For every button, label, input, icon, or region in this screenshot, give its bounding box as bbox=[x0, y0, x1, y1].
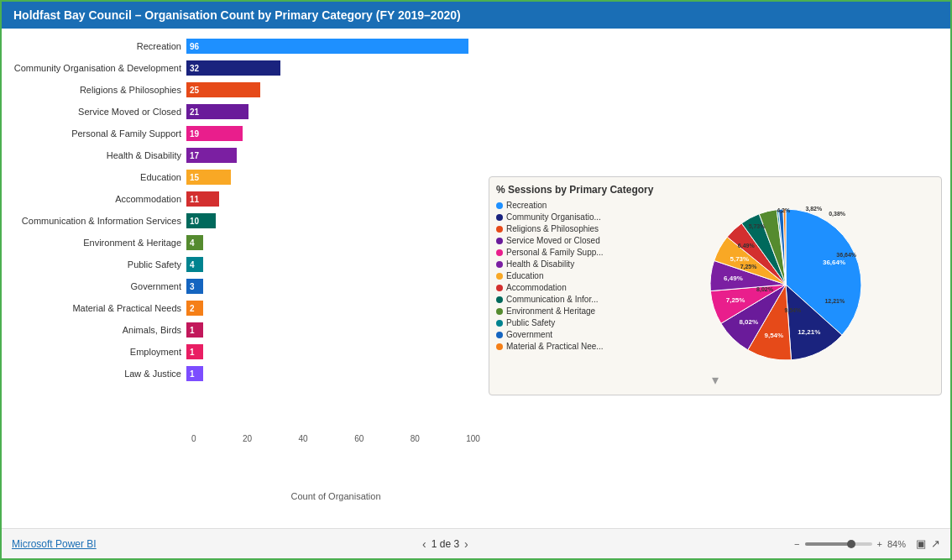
pie-outer-label: 4,2% bbox=[777, 207, 791, 214]
bar-fill[interactable]: 17 bbox=[186, 148, 237, 163]
bar-container: 96 bbox=[186, 39, 480, 54]
legend-item: Service Moved or Closed bbox=[496, 236, 630, 245]
legend-item: Public Safety bbox=[496, 318, 630, 327]
legend-label: Personal & Family Supp... bbox=[506, 248, 604, 257]
legend-label: Recreation bbox=[506, 201, 547, 210]
x-axis-label: Count of Organisation bbox=[191, 491, 480, 501]
x-tick: 80 bbox=[411, 434, 420, 443]
bar-fill[interactable]: 10 bbox=[186, 213, 216, 228]
bar-fill[interactable]: 4 bbox=[186, 235, 203, 250]
bar-fill[interactable]: 1 bbox=[186, 366, 203, 381]
legend-dot bbox=[496, 320, 503, 327]
pie-svg-container: 36,64%12,21%9,54%8,02%7,25%6,49%5,73%36,… bbox=[637, 201, 934, 369]
legend-label: Health & Disability bbox=[506, 259, 574, 269]
legend-item: Government bbox=[496, 330, 630, 339]
legend-dot bbox=[496, 273, 503, 280]
bar-row: Government3 bbox=[10, 275, 480, 297]
bar-label: Personal & Family Support bbox=[10, 128, 186, 139]
x-tick: 20 bbox=[243, 434, 252, 443]
legend-item: Education bbox=[496, 271, 630, 280]
bar-label: Government bbox=[10, 281, 186, 291]
legend-label: Community Organisatio... bbox=[506, 212, 601, 222]
bar-fill[interactable]: 2 bbox=[186, 301, 203, 316]
legend-item: Recreation bbox=[496, 201, 630, 210]
prev-page-button[interactable]: ‹ bbox=[422, 537, 426, 551]
zoom-minus-icon[interactable]: − bbox=[794, 539, 799, 549]
bar-fill[interactable]: 21 bbox=[186, 104, 248, 119]
pie-outer-label: 7,25% bbox=[740, 264, 758, 270]
bar-label: Communication & Information Services bbox=[10, 216, 186, 226]
legend-label: Religions & Philosophies bbox=[506, 224, 599, 233]
legend-dot bbox=[496, 343, 503, 350]
bar-label: Community Organisation & Development bbox=[10, 63, 186, 73]
zoom-slider-fill bbox=[805, 542, 849, 546]
bar-row: Community Organisation & Development32 bbox=[10, 57, 480, 79]
bar-container: 25 bbox=[186, 82, 480, 97]
bar-row: Service Moved or Closed21 bbox=[10, 101, 480, 123]
bar-fill[interactable]: 11 bbox=[186, 191, 219, 207]
legend-item: Religions & Philosophies bbox=[496, 224, 630, 233]
legend-dot bbox=[496, 332, 503, 338]
bar-label: Recreation bbox=[10, 41, 186, 51]
bar-label: Accommodation bbox=[10, 194, 186, 204]
scroll-down-indicator[interactable]: ▾ bbox=[496, 372, 934, 388]
bar-container: 4 bbox=[186, 257, 480, 272]
legend-dot bbox=[496, 285, 503, 291]
legend-item: Accommodation bbox=[496, 283, 630, 292]
pie-outer-label: 8,02% bbox=[756, 286, 774, 293]
next-page-button[interactable]: › bbox=[464, 537, 468, 551]
x-axis: 020406080100 bbox=[191, 434, 480, 443]
pie-outer-label: 9,54% bbox=[784, 307, 802, 314]
bar-fill[interactable]: 15 bbox=[186, 170, 231, 185]
legend-item: Environment & Heritage bbox=[496, 306, 630, 316]
bar-container: 1 bbox=[186, 366, 480, 381]
bar-fill[interactable]: 1 bbox=[186, 344, 203, 359]
bar-fill[interactable]: 1 bbox=[186, 322, 203, 338]
bar-fill[interactable]: 3 bbox=[186, 279, 203, 294]
bar-label: Public Safety bbox=[10, 259, 186, 270]
zoom-slider[interactable] bbox=[805, 542, 872, 546]
zoom-plus-icon[interactable]: + bbox=[877, 539, 882, 549]
legend-dot bbox=[496, 214, 503, 221]
pie-outer-label: 0,38% bbox=[829, 211, 846, 217]
x-tick: 40 bbox=[299, 434, 308, 443]
dashboard-container: Holdfast Bay Council – Organisation Coun… bbox=[0, 0, 952, 560]
bar-container: 21 bbox=[186, 104, 480, 119]
powerbi-link[interactable]: Microsoft Power BI bbox=[12, 538, 97, 550]
pie-outer-label: 5,73% bbox=[749, 223, 766, 230]
bar-label: Material & Practical Needs bbox=[10, 303, 186, 313]
bar-row: Health & Disability17 bbox=[10, 144, 480, 166]
bar-row: Employment1 bbox=[10, 341, 480, 363]
bar-fill[interactable]: 96 bbox=[186, 39, 468, 54]
chart-title: Holdfast Bay Council – Organisation Coun… bbox=[2, 2, 950, 29]
legend-label: Government bbox=[506, 330, 552, 339]
bar-container: 32 bbox=[186, 60, 480, 76]
legend-item: Health & Disability bbox=[496, 259, 630, 269]
bar-row: Animals, Birds1 bbox=[10, 319, 480, 341]
bar-row: Recreation96 bbox=[10, 35, 480, 57]
legend-dot bbox=[496, 226, 503, 233]
legend-label: Service Moved or Closed bbox=[506, 236, 600, 245]
page-info: 1 de 3 bbox=[432, 538, 459, 550]
bar-fill[interactable]: 4 bbox=[186, 257, 203, 272]
pie-label: 12,21% bbox=[798, 328, 820, 336]
bars-container: Recreation96Community Organisation & Dev… bbox=[10, 35, 480, 385]
bar-fill[interactable]: 32 bbox=[186, 60, 280, 76]
bar-container: 1 bbox=[186, 344, 480, 359]
bar-container: 10 bbox=[186, 213, 480, 228]
zoom-pct-label: 84% bbox=[887, 539, 906, 549]
legend-label: Public Safety bbox=[506, 318, 555, 327]
zoom-controls: − + 84% ▣ ↗ bbox=[794, 537, 940, 550]
legend-dot bbox=[496, 238, 503, 244]
legend-item: Community Organisatio... bbox=[496, 212, 630, 222]
bar-fill[interactable]: 19 bbox=[186, 126, 243, 141]
legend-label: Education bbox=[506, 271, 543, 280]
bar-fill[interactable]: 25 bbox=[186, 82, 260, 97]
main-area: Recreation96Community Organisation & Dev… bbox=[2, 29, 950, 528]
legend-item: Personal & Family Supp... bbox=[496, 248, 630, 257]
fit-icon[interactable]: ▣ bbox=[916, 537, 926, 550]
bar-container: 3 bbox=[186, 279, 480, 294]
pie-outer-label: 3,82% bbox=[805, 206, 823, 212]
pie-chart-svg: 36,64%12,21%9,54%8,02%7,25%6,49%5,73%36,… bbox=[702, 201, 870, 369]
fullscreen-icon[interactable]: ↗ bbox=[931, 537, 940, 550]
